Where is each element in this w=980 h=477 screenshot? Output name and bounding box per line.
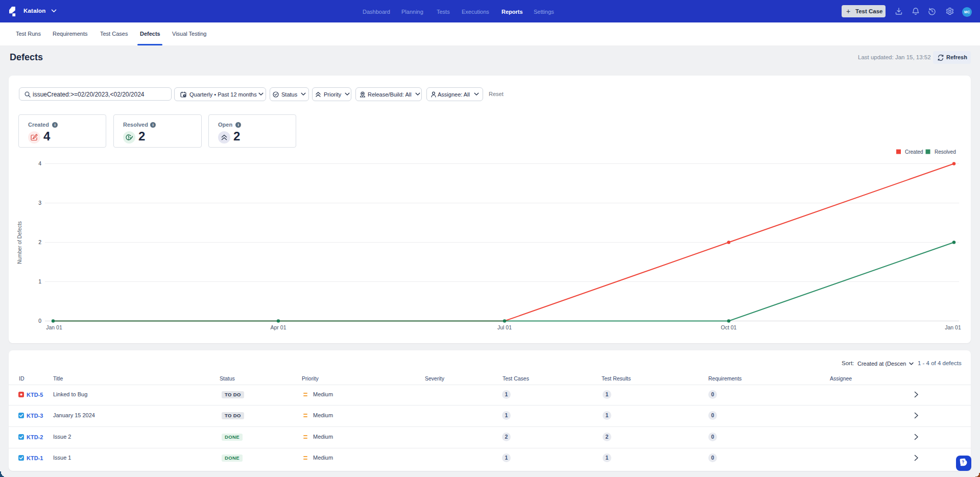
svg-text:0: 0: [38, 318, 41, 324]
svg-text:4: 4: [38, 160, 41, 166]
svg-text:Jan 01: Jan 01: [945, 324, 961, 330]
svg-text:Resolved: Resolved: [935, 149, 956, 155]
svg-text:?: ?: [962, 459, 965, 464]
svg-text:2: 2: [38, 239, 41, 245]
svg-text:Jan 01: Jan 01: [46, 324, 62, 330]
svg-text:1: 1: [38, 278, 41, 284]
svg-text:3: 3: [38, 200, 41, 206]
svg-text:Jul 01: Jul 01: [497, 324, 512, 330]
svg-text:Apr 01: Apr 01: [271, 324, 286, 330]
svg-text:Number of Defects: Number of Defects: [17, 221, 22, 264]
svg-text:Created: Created: [905, 149, 923, 155]
svg-text:Oct 01: Oct 01: [721, 324, 737, 330]
